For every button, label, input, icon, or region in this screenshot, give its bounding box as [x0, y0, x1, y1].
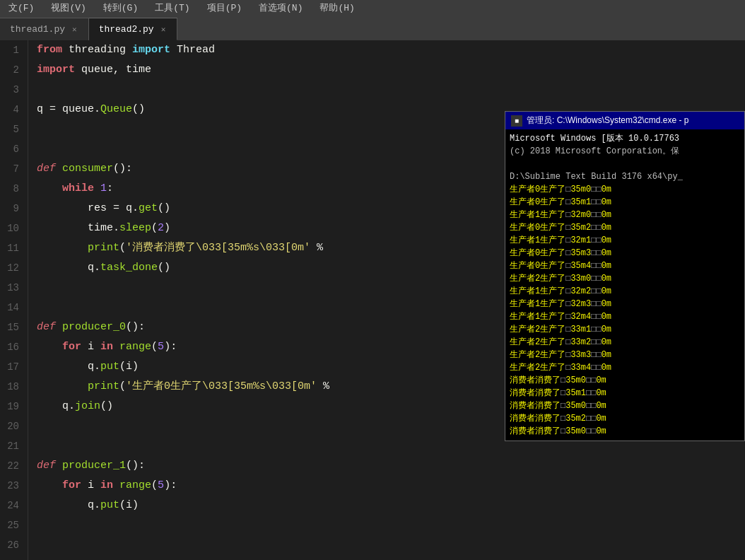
menu-help[interactable]: 帮助(H)	[317, 0, 357, 16]
tab-thread1-label: thread1.py	[10, 24, 65, 35]
cmd-line-23: 消费者消费了□35m2□□0m	[510, 412, 740, 425]
cmd-line-1: Microsoft Windows [版本 10.0.17763	[510, 132, 740, 145]
cmd-line-19: 生产者2生产了□33m4□□0m	[510, 361, 740, 374]
cmd-line-16: 生产者2生产了□33m1□□0m	[510, 323, 740, 336]
cmd-line-14: 生产者1生产了□32m3□□0m	[510, 298, 740, 310]
line-numbers: 1 2 3 4 5 6 7 8 9 10 11 12 13 14 15 16 1…	[0, 40, 28, 560]
tab-thread2-close[interactable]: ✕	[160, 25, 168, 34]
menu-view[interactable]: 视图(V)	[48, 0, 88, 16]
cmd-line-7: 生产者1生产了□32m0□□0m	[510, 209, 740, 221]
cmd-line-15: 生产者1生产了□32m4□□0m	[510, 310, 740, 323]
cmd-window[interactable]: ■ 管理员: C:\Windows\System32\cmd.exe - p M…	[505, 111, 745, 441]
editor-area: 1 2 3 4 5 6 7 8 9 10 11 12 13 14 15 16 1…	[0, 40, 745, 560]
menu-goto[interactable]: 转到(G)	[100, 0, 141, 16]
menu-prefs[interactable]: 首选项(N)	[256, 0, 305, 16]
cmd-line-2: (c) 2018 Microsoft Corporation。保	[510, 145, 740, 158]
cmd-line-10: 生产者0生产了□35m3□□0m	[510, 247, 740, 259]
code-line-2: import queue, time	[37, 60, 745, 80]
cmd-line-24: 消费者消费了□35m0□□0m	[510, 425, 740, 438]
cmd-line-21: 消费者消费了□35m1□□0m	[510, 387, 740, 399]
cmd-line-22: 消费者消费了□35m0□□0m	[510, 399, 740, 412]
menu-project[interactable]: 项目(P)	[204, 0, 245, 16]
cmd-line-3	[510, 158, 740, 170]
cmd-line-13: 生产者1生产了□32m2□□0m	[510, 285, 740, 298]
tab-thread1[interactable]: thread1.py ✕	[0, 18, 89, 40]
cmd-line-6: 生产者0生产了□35m1□□0m	[510, 196, 740, 209]
code-line-3	[37, 80, 745, 100]
cmd-line-5: 生产者0生产了□35m0□□0m	[510, 183, 740, 196]
cmd-titlebar: ■ 管理员: C:\Windows\System32\cmd.exe - p	[505, 112, 744, 129]
code-line-23: for i in range(5):	[37, 476, 745, 496]
cmd-line-9: 生产者1生产了□32m1□□0m	[510, 234, 740, 247]
cmd-line-18: 生产者2生产了□33m3□□0m	[510, 349, 740, 361]
cmd-line-12: 生产者2生产了□33m0□□0m	[510, 272, 740, 285]
tab-thread1-close[interactable]: ✕	[71, 25, 78, 34]
code-line-24: q.put(i)	[37, 496, 745, 515]
menubar: 文(F) 视图(V) 转到(G) 工具(T) 项目(P) 首选项(N) 帮助(H…	[0, 0, 745, 16]
code-line-1: from threading import Thread	[37, 40, 745, 60]
cmd-icon: ■	[511, 115, 522, 127]
tab-thread2[interactable]: thread2.py ✕	[89, 18, 178, 40]
cmd-line-4: D:\Sublime Text Build 3176 x64\py_	[510, 170, 740, 183]
cmd-line-17: 生产者2生产了□33m2□□0m	[510, 336, 740, 349]
cmd-line-11: 生产者0生产了□35m4□□0m	[510, 259, 740, 272]
menu-tools[interactable]: 工具(T)	[152, 0, 192, 16]
cmd-body: Microsoft Windows [版本 10.0.17763 (c) 201…	[505, 129, 744, 441]
tabbar: thread1.py ✕ thread2.py ✕	[0, 16, 745, 40]
cmd-line-20: 消费者消费了□35m0□□0m	[510, 374, 740, 387]
code-line-22: def producer_1():	[37, 456, 745, 476]
tab-thread2-label: thread2.py	[99, 24, 154, 35]
cmd-line-8: 生产者0生产了□35m2□□0m	[510, 221, 740, 234]
cmd-title: 管理员: C:\Windows\System32\cmd.exe - p	[527, 115, 688, 127]
menu-file[interactable]: 文(F)	[6, 0, 37, 16]
